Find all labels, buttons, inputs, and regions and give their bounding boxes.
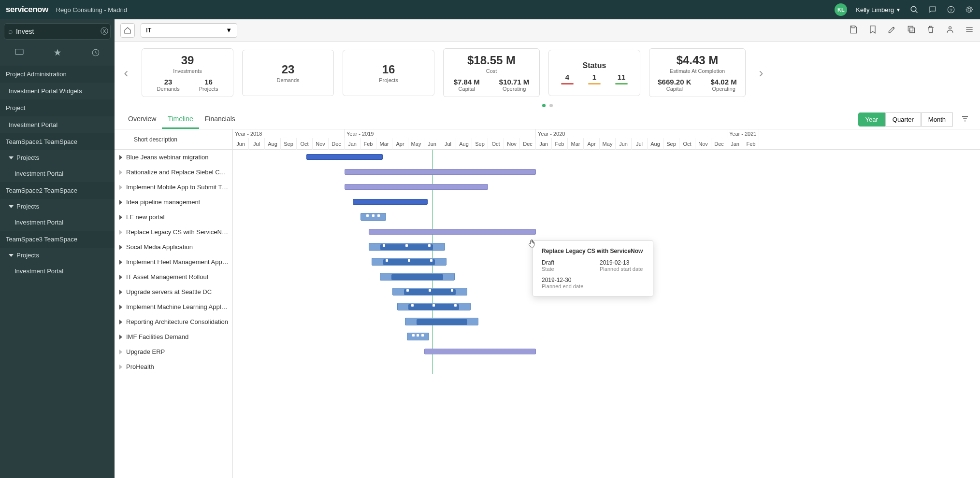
timeline-row[interactable]: Rationalize and Replace Siebel Customer …	[115, 165, 232, 180]
kpi-projects[interactable]: 16 Projects	[343, 50, 434, 96]
bookmark-icon[interactable]	[868, 25, 878, 36]
help-icon[interactable]: ?	[946, 5, 956, 14]
carousel-dot[interactable]	[542, 104, 546, 107]
gantt-bar[interactable]	[407, 333, 429, 340]
gantt-bar[interactable]	[405, 318, 478, 325]
timeline-row[interactable]: Upgrade servers at Seattle DC	[115, 284, 232, 299]
kpi-value: 39	[181, 54, 194, 67]
gantt-bar[interactable]	[306, 154, 383, 160]
portfolio-dropdown[interactable]: IT ▼	[141, 23, 237, 38]
gantt-bar[interactable]	[424, 349, 536, 354]
month-header: Feb	[552, 138, 568, 150]
filter-input[interactable]	[16, 28, 101, 35]
tab-timeline[interactable]: Timeline	[162, 110, 199, 129]
clear-filter-icon[interactable]: ⓧ	[101, 27, 108, 37]
kpi-next-button[interactable]: ›	[754, 58, 768, 87]
kpi-prev-button[interactable]: ‹	[119, 58, 133, 87]
sidebar-toggle[interactable]: Projects	[0, 199, 115, 214]
sidebar-section[interactable]: TeamSpace2 TeamSpace	[0, 182, 115, 199]
sidebar-section[interactable]: TeamSpace3 TeamSpace	[0, 231, 115, 248]
status-badge: 11	[615, 73, 628, 84]
edit-icon[interactable]	[887, 25, 897, 36]
timeline-row[interactable]: ProHealth	[115, 359, 232, 374]
gantt-bar[interactable]	[372, 258, 447, 266]
gantt-bar[interactable]	[397, 303, 471, 310]
gantt-bar[interactable]	[369, 229, 536, 235]
tab-overview[interactable]: Overview	[122, 110, 162, 129]
gantt-bar[interactable]	[360, 213, 386, 221]
timeline-left-panel: Short description Blue Jeans webinar mig…	[115, 129, 233, 478]
filter-icon: ⌕	[8, 27, 13, 36]
timeline-row[interactable]: Blue Jeans webinar migration	[115, 150, 232, 165]
sidebar-item[interactable]: Investment Portal	[0, 116, 115, 133]
search-icon[interactable]	[909, 5, 919, 14]
timeline-row[interactable]: Upgrade ERP	[115, 344, 232, 359]
timeline-row[interactable]: IT Asset Management Rollout	[115, 269, 232, 284]
save-icon[interactable]	[849, 25, 858, 36]
copy-icon[interactable]	[907, 25, 916, 36]
kpi-sublabel: Capital	[454, 86, 480, 92]
menu-icon[interactable]	[965, 25, 974, 36]
timeline-row[interactable]: Implement Fleet Management Applicat…	[115, 254, 232, 269]
view-quarter-button[interactable]: Quarter	[885, 112, 921, 127]
gantt-bar[interactable]	[392, 288, 467, 295]
kpi-eac[interactable]: $4.43 M Estimate At Completion $669.20 K…	[649, 48, 746, 97]
timeline-row[interactable]: Reporting Architecture Consolidation	[115, 314, 232, 329]
gantt-row	[233, 150, 980, 165]
kpi-sublabel: Operating	[499, 86, 530, 92]
username-label: Kelly Limberg	[856, 6, 894, 14]
filter-toggle-icon[interactable]	[958, 114, 972, 125]
kpi-investments[interactable]: 39 Investments 23Demands 16Projects	[142, 48, 233, 97]
sidebar-section[interactable]: Project Administration	[0, 66, 115, 83]
month-header: Oct	[297, 138, 313, 150]
kpi-sublabel: Capital	[658, 86, 691, 92]
delete-icon[interactable]	[926, 25, 936, 36]
home-button[interactable]	[120, 23, 135, 38]
sidebar-section[interactable]: TeamSpace1 TeamSpace	[0, 133, 115, 150]
nav-history-icon[interactable]	[91, 48, 100, 59]
timeline: Short description Blue Jeans webinar mig…	[115, 129, 980, 478]
timeline-chart[interactable]: Year - 2018Year - 2019Year - 2020Year - …	[233, 129, 980, 478]
share-icon[interactable]	[945, 25, 955, 36]
month-header: Dec	[329, 138, 345, 150]
kpi-cost[interactable]: $18.55 M Cost $7.84 MCapital $10.71 MOpe…	[443, 48, 540, 97]
timeline-row[interactable]: Socal Media Application	[115, 239, 232, 254]
sidebar-item[interactable]: Investment Portal Widgets	[0, 83, 115, 99]
svg-rect-2	[15, 49, 23, 55]
view-year-button[interactable]: Year	[858, 112, 885, 127]
avatar[interactable]: KL	[835, 3, 847, 16]
timeline-row[interactable]: IMF Facilities Demand	[115, 329, 232, 344]
month-header: Nov	[695, 138, 711, 150]
kpi-demands[interactable]: 23 Demands	[242, 50, 334, 96]
sidebar-section[interactable]: Project	[0, 99, 115, 116]
gantt-bar[interactable]	[345, 169, 536, 175]
sidebar-item[interactable]: Investment Portal	[0, 165, 115, 182]
timeline-row[interactable]: Implement Machine Learning Application	[115, 299, 232, 314]
carousel-dot[interactable]	[549, 104, 553, 107]
nav-favorites-icon[interactable]	[53, 48, 62, 59]
timeline-row[interactable]: Idea pipeline management	[115, 195, 232, 210]
gantt-row	[233, 344, 980, 359]
gantt-bar[interactable]	[353, 199, 428, 205]
status-badge: 1	[588, 73, 601, 84]
tabs: OverviewTimelineFinancials YearQuarterMo…	[115, 110, 980, 129]
view-month-button[interactable]: Month	[921, 112, 953, 127]
sidebar-item[interactable]: Investment Portal	[0, 214, 115, 231]
nav-all-icon[interactable]	[14, 48, 24, 59]
gantt-bar[interactable]	[345, 184, 488, 190]
sidebar-item[interactable]: Investment Portal	[0, 263, 115, 280]
user-menu[interactable]: Kelly Limberg ▼	[856, 6, 901, 14]
gear-icon[interactable]	[965, 5, 974, 14]
chat-icon[interactable]	[928, 5, 937, 14]
gantt-bar[interactable]	[369, 243, 445, 251]
gantt-bar[interactable]	[380, 273, 455, 281]
timeline-row[interactable]: Replace Legacy CS with ServiceNow	[115, 225, 232, 239]
sidebar-toggle[interactable]: Projects	[0, 248, 115, 263]
sidebar-toggle[interactable]: Projects	[0, 150, 115, 165]
timeline-row[interactable]: Implement Mobile App to Submit Timesh…	[115, 180, 232, 195]
kpi-status[interactable]: Status 4111	[548, 50, 640, 96]
tab-financials[interactable]: Financials	[199, 110, 241, 129]
timeline-row[interactable]: LE new portal	[115, 210, 232, 225]
month-header: Dec	[711, 138, 727, 150]
svg-text:?: ?	[950, 7, 952, 13]
